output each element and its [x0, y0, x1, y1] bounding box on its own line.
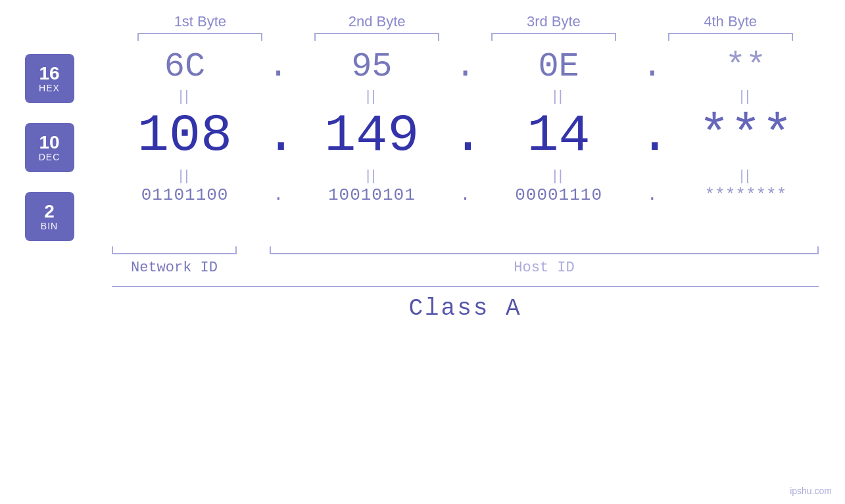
badges-column: 16 HEX 10 DEC 2 BIN [0, 47, 85, 241]
bin-b1-value: 01101100 [141, 185, 229, 205]
bin-badge: 2 BIN [25, 192, 74, 241]
hex-dot1: . [265, 47, 291, 86]
data-grid: 6C . 95 . 0E . ** [85, 47, 845, 241]
bin-b2-cell: 10010101 [306, 185, 437, 205]
bin-badge-label: BIN [41, 221, 58, 231]
dec-b2-value: 149 [324, 106, 419, 166]
bracket-byte2 [314, 33, 439, 41]
hex-badge-num: 16 [39, 64, 59, 83]
bracket-byte3 [491, 33, 616, 41]
hex-b1-cell: 6C [119, 47, 251, 86]
hex-b2-cell: 95 [306, 47, 437, 86]
eq1-b1: || [119, 87, 251, 104]
byte-headers: 1st Byte 2nd Byte 3rd Byte 4th Byte [85, 13, 845, 30]
eq1-b3: || [493, 87, 625, 104]
dec-dot3: . [639, 106, 665, 166]
byte4-header: 4th Byte [665, 13, 796, 30]
equals-row-1: || || || || [85, 87, 845, 104]
bin-b4-value: ******** [704, 185, 786, 205]
hex-row: 6C . 95 . 0E . ** [85, 47, 845, 86]
dec-b2-cell: 149 [306, 106, 437, 166]
eq2-b2: || [306, 167, 437, 184]
dec-b4-value: *** [698, 106, 793, 166]
byte1-header: 1st Byte [134, 13, 266, 30]
class-label: Class A [408, 295, 521, 322]
eq1-b4: || [680, 87, 811, 104]
bin-dot2: . [452, 185, 478, 205]
byte2-header: 2nd Byte [311, 13, 443, 30]
eq2-b3: || [493, 167, 625, 184]
bottom-bracket-network [112, 246, 237, 254]
dec-dot2: . [452, 106, 478, 166]
hex-badge-label: HEX [39, 83, 60, 93]
bin-b1-cell: 01101100 [119, 185, 251, 205]
dec-b3-cell: 14 [493, 106, 625, 166]
bin-b3-value: 00001110 [515, 185, 602, 205]
dec-dot1: . [265, 106, 291, 166]
bottom-brackets-row [85, 246, 845, 254]
host-id-label: Host ID [270, 260, 819, 276]
dec-b4-cell: *** [680, 106, 811, 166]
bin-b3-cell: 00001110 [493, 185, 625, 205]
bin-dot1: . [265, 185, 291, 205]
hex-b3-value: 0E [538, 47, 579, 86]
hex-badge: 16 HEX [25, 54, 74, 103]
dec-b1-cell: 108 [119, 106, 251, 166]
dec-badge: 10 DEC [25, 123, 74, 172]
class-label-row: Class A [112, 295, 819, 322]
hex-dot3: . [639, 47, 665, 86]
eq2-b1: || [119, 167, 251, 184]
byte3-header: 3rd Byte [488, 13, 619, 30]
hex-b3-cell: 0E [493, 47, 625, 86]
bin-b4-cell: ******** [680, 185, 811, 205]
hex-dot2: . [452, 47, 478, 86]
bin-b2-value: 10010101 [328, 185, 416, 205]
id-labels-row: Network ID Host ID [85, 260, 845, 276]
eq1-b2: || [306, 87, 437, 104]
content-area: 16 HEX 10 DEC 2 BIN 6C . [0, 47, 845, 241]
bin-badge-num: 2 [44, 202, 55, 221]
dec-badge-num: 10 [39, 133, 59, 152]
bottom-section: Class A [112, 286, 819, 322]
top-brackets [85, 33, 845, 41]
bottom-line [112, 286, 819, 287]
bin-dot3: . [639, 185, 665, 205]
network-id-label: Network ID [112, 260, 237, 276]
bracket-byte4 [668, 33, 793, 41]
bracket-byte1 [137, 33, 262, 41]
dec-badge-label: DEC [39, 152, 60, 162]
equals-row-2: || || || || [85, 167, 845, 184]
dec-b3-value: 14 [527, 106, 591, 166]
eq2-b4: || [680, 167, 811, 184]
watermark: ipshu.com [790, 486, 832, 496]
bin-row: 01101100 . 10010101 . 00001110 . [85, 185, 845, 205]
dec-row: 108 . 149 . 14 . *** [85, 106, 845, 166]
main-container: 1st Byte 2nd Byte 3rd Byte 4th Byte 16 H… [0, 0, 845, 504]
dec-b1-value: 108 [137, 106, 232, 166]
hex-b4-cell: ** [680, 47, 811, 86]
hex-b4-value: ** [725, 47, 766, 86]
hex-b2-value: 95 [351, 47, 392, 86]
hex-b1-value: 6C [164, 47, 205, 86]
bottom-bracket-host [270, 246, 819, 254]
